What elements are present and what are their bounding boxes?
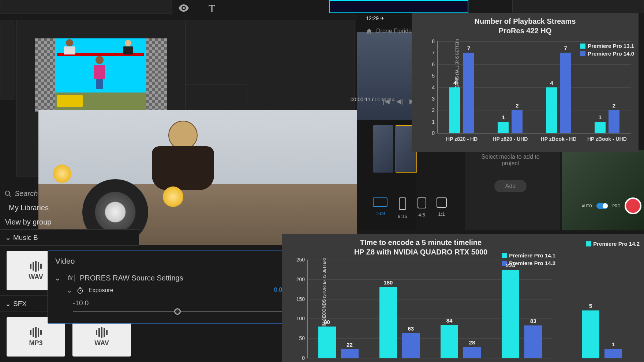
search-icon [4, 190, 12, 197]
record-button[interactable] [625, 197, 641, 214]
bar: 2 [512, 110, 523, 133]
status-time: 12:29 ✈ [366, 15, 385, 21]
fx-badge-icon: fx [66, 274, 75, 282]
category-label: HP z820 - UHD [493, 133, 528, 142]
bar: 22 [341, 349, 359, 358]
mode-auto-label: AUTO [582, 204, 592, 208]
bar: 2 [609, 110, 619, 133]
slider-thumb[interactable] [174, 308, 181, 315]
exposure-slider[interactable] [73, 311, 282, 312]
svg-point-0 [183, 7, 185, 9]
svg-point-3 [5, 191, 10, 195]
chart-encode-time-right: Premiere Pro 14.2 51 [560, 234, 644, 362]
add-button[interactable]: Add [494, 180, 527, 192]
bar: 1 [498, 122, 509, 133]
stopwatch-icon[interactable] [77, 287, 83, 294]
bar: 180 [379, 287, 397, 358]
chart-encode-time: TIme to encode a 5 minute timeline HP Z8… [282, 234, 560, 362]
camera-preview [562, 150, 644, 230]
bar: 224 [502, 270, 519, 358]
prev-icon[interactable]: |◀ [383, 97, 390, 105]
search-placeholder: Search [15, 189, 38, 198]
bar: 28 [463, 347, 481, 358]
section-music-b[interactable]: ⌄Music B [0, 229, 139, 246]
image-thumbnail [0, 0, 172, 14]
chevron-down-icon[interactable]: ⌄ [55, 274, 61, 282]
bar: 7 [560, 53, 571, 133]
bar: 5 [582, 310, 599, 358]
rush-monitor [357, 32, 416, 120]
library-dropdown[interactable]: My Libraries [0, 201, 139, 215]
media-picker: Select media to add to project Add [472, 154, 549, 192]
chevron-down-icon[interactable]: ⌄ [67, 287, 72, 294]
bar: 7 [463, 53, 474, 133]
media-hint: Select media to add to project [472, 154, 549, 167]
mode-pro-label: PRO [613, 204, 621, 208]
eye-icon[interactable] [179, 4, 189, 12]
bar: 4 [449, 87, 460, 133]
chart-title: TIme to encode a 5 minute timeline [282, 238, 560, 247]
legend-item: Premiere Pro 14.1 [502, 252, 555, 259]
effect-header[interactable]: ⌄ fx PRORES RAW Source Settings [55, 271, 282, 284]
bar: 83 [524, 325, 542, 358]
step-back-icon[interactable]: ◀| [396, 97, 403, 105]
view-mode[interactable]: View by group [0, 215, 139, 229]
chevron-down-icon[interactable]: ⌄ [5, 233, 11, 242]
chart-playback-streams: Number of Playback Streams ProRes 422 HQ… [412, 13, 639, 152]
breadcrumb[interactable]: Drone Florida [366, 28, 412, 34]
exposure-label: Exposure [89, 287, 113, 294]
search-input[interactable]: Search [0, 186, 139, 201]
legend-item: Premiere Pro 14.2 [586, 241, 640, 247]
aspect-9-16[interactable]: 9:16 [398, 197, 407, 219]
track-switches[interactable] [0, 20, 15, 100]
bar: 4 [546, 87, 557, 133]
home-icon[interactable] [366, 28, 372, 34]
text-tool-icon[interactable]: T [209, 2, 215, 15]
aspect-16-9[interactable]: 16:9 [373, 197, 387, 219]
category-label: HP zBook - UHD [587, 133, 627, 142]
panel-heading: Video [48, 251, 289, 271]
clip-thumbnails[interactable] [373, 125, 417, 173]
right-panel-tabs[interactable] [512, 0, 644, 12]
aspect-ratio-selector: 16:99:164:51:1 [359, 197, 461, 219]
bar: 84 [441, 325, 458, 358]
category-label: HP zBook - HD [541, 133, 577, 142]
bar: 1 [595, 122, 606, 133]
mode-toggle[interactable] [596, 203, 608, 209]
aspect-1-1[interactable]: 1:1 [437, 197, 447, 219]
bar: 1 [604, 349, 622, 358]
cartoon-preview [55, 38, 146, 112]
category-label: HP z820 - HD [446, 133, 478, 142]
playback-controls[interactable]: |◀ ◀| ▶ [383, 97, 415, 105]
bar: 63 [402, 333, 420, 358]
chart-title: Number of Playback Streams [412, 16, 639, 26]
capture-controls: AUTO PRO [582, 197, 644, 214]
logo-card [329, 0, 468, 13]
chevron-down-icon[interactable]: ⌄ [5, 299, 11, 308]
effect-name: PRORES RAW Source Settings [80, 274, 183, 282]
exposure-value[interactable]: 0.0 [274, 287, 282, 294]
aspect-4-5[interactable]: 4:5 [418, 197, 426, 219]
chart-subtitle: ProRes 422 HQ [412, 26, 639, 35]
video-effect-panel: Video ⌄ fx PRORES RAW Source Settings ⌄ … [48, 250, 289, 324]
bar: 80 [318, 327, 336, 358]
breadcrumb-label: Drone Florida [376, 28, 412, 34]
